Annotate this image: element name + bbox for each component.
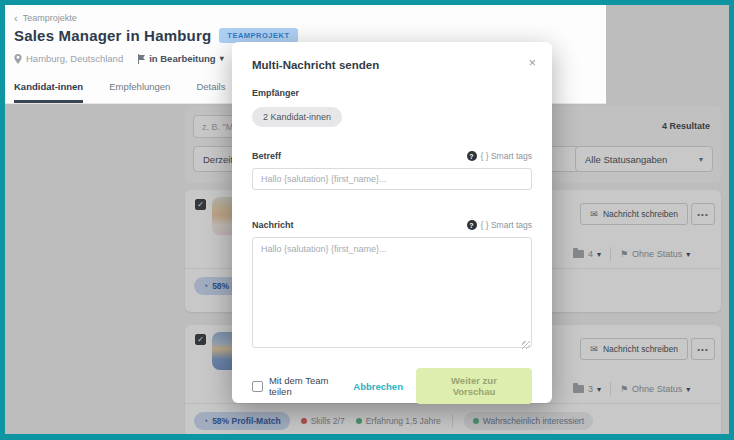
back-icon: ‹ xyxy=(14,14,18,23)
project-status-label: in Bearbeitung xyxy=(149,53,216,64)
smart-tags-button[interactable]: ? { } Smart tags xyxy=(467,151,533,161)
help-icon[interactable]: ? xyxy=(467,151,477,161)
smart-tags-label: { } Smart tags xyxy=(481,151,533,161)
cancel-button[interactable]: Abbrechen xyxy=(353,381,403,392)
tab-empfehlungen[interactable]: Empfehlungen xyxy=(109,81,170,103)
smart-tags-label: { } Smart tags xyxy=(481,220,533,230)
tab-details[interactable]: Details xyxy=(196,81,225,103)
location-label: Hamburg, Deutschland xyxy=(26,53,123,64)
breadcrumb-label: Teamprojekte xyxy=(23,13,77,23)
help-icon[interactable]: ? xyxy=(467,220,477,230)
subject-input[interactable] xyxy=(252,168,532,190)
teamprojekt-badge: TEAMPROJEKT xyxy=(219,28,297,43)
recipients-chip: 2 Kandidat-innen xyxy=(252,107,342,127)
share-with-team-option[interactable]: Mit dem Team teilen xyxy=(252,375,353,397)
project-status-dropdown[interactable]: in Bearbeitung ▾ xyxy=(137,53,224,64)
message-textarea[interactable] xyxy=(252,237,532,348)
page-title: Sales Manager in Hamburg xyxy=(14,27,211,44)
preview-submit-button[interactable]: Weiter zur Vorschau xyxy=(416,368,532,404)
chevron-down-icon: ▾ xyxy=(220,54,224,63)
message-label: Nachricht xyxy=(252,220,294,230)
app-frame: 4 Resultate Derzeitige ▾ ▾ Alle Statusan… xyxy=(0,0,734,440)
breadcrumb[interactable]: ‹ Teamprojekte xyxy=(14,13,77,23)
smart-tags-button[interactable]: ? { } Smart tags xyxy=(467,220,533,230)
share-checkbox[interactable] xyxy=(252,381,263,392)
multi-message-modal: Multi-Nachricht senden × Empfänger 2 Kan… xyxy=(232,42,552,403)
close-icon[interactable]: × xyxy=(528,56,536,69)
flag-icon xyxy=(137,54,145,64)
modal-title: Multi-Nachricht senden xyxy=(252,59,532,71)
tab-kandidat-innen[interactable]: Kandidat-innen xyxy=(14,81,83,103)
recipients-label: Empfänger xyxy=(252,88,532,98)
share-label: Mit dem Team teilen xyxy=(269,375,353,397)
location-pin-icon xyxy=(14,54,22,64)
subject-label: Betreff xyxy=(252,151,281,161)
location: Hamburg, Deutschland xyxy=(14,53,123,64)
